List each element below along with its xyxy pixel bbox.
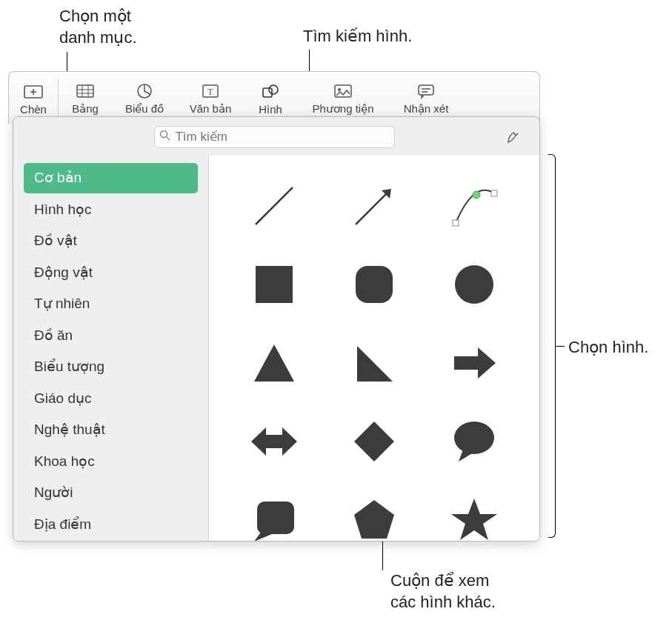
svg-text:T: T (207, 87, 213, 97)
shape-line[interactable] (241, 173, 307, 239)
svg-rect-18 (257, 502, 294, 534)
callout-scroll: Cuộn để xem các hình khác. (390, 570, 496, 613)
svg-rect-14 (256, 266, 293, 303)
svg-point-10 (161, 131, 167, 138)
shape-curve[interactable] (441, 173, 508, 239)
shape-icon (244, 81, 297, 103)
shape-star[interactable] (441, 487, 508, 541)
toolbar-comment[interactable]: Nhận xét (389, 80, 463, 116)
table-icon (59, 80, 112, 102)
category-item[interactable]: Khoa học (24, 447, 198, 477)
callout-search: Tìm kiếm hình. (303, 26, 412, 47)
shape-diamond[interactable] (341, 408, 407, 475)
toolbar-label: Văn bản (177, 102, 244, 116)
toolbar-table[interactable]: Bảng (59, 80, 112, 116)
search-input[interactable] (175, 130, 394, 144)
shapes-popover: Cơ bảnHình họcĐồ vậtĐộng vậtTự nhiênĐồ ă… (13, 116, 540, 542)
shapes-grid (209, 156, 539, 541)
svg-rect-9 (419, 85, 433, 95)
category-item[interactable]: Nghệ thuật (24, 415, 198, 445)
toolbar-media[interactable]: Phương tiện (297, 80, 389, 116)
toolbar-text[interactable]: T Văn bản (177, 80, 244, 116)
category-item[interactable]: Địa điểm (24, 510, 198, 540)
callout-category: Chọn một danh mục. (59, 6, 137, 48)
shape-triangle[interactable] (241, 330, 307, 396)
toolbar-label: Chèn (9, 103, 58, 116)
svg-rect-11 (453, 220, 459, 226)
shape-pentagon[interactable] (341, 487, 407, 541)
shape-arrow-line[interactable] (341, 173, 407, 239)
svg-point-17 (454, 422, 494, 454)
category-item[interactable]: Hình học (24, 195, 198, 225)
shape-square[interactable] (241, 251, 307, 318)
text-icon: T (177, 80, 244, 102)
bracket (548, 154, 556, 538)
svg-rect-12 (491, 190, 497, 196)
svg-point-8 (338, 88, 341, 91)
toolbar-label: Nhận xét (389, 102, 463, 116)
category-sidebar: Cơ bảnHình họcĐồ vậtĐộng vậtTự nhiênĐồ ă… (13, 156, 209, 541)
shape-speech-bubble[interactable] (441, 408, 508, 475)
toolbar-insert[interactable]: Chèn (9, 81, 58, 116)
svg-rect-1 (77, 85, 93, 97)
toolbar-label: Hình (244, 103, 297, 116)
svg-point-16 (455, 265, 493, 304)
shape-right-arrow[interactable] (441, 330, 508, 396)
plus-box-icon (9, 81, 58, 103)
category-item[interactable]: Đồ vật (24, 226, 198, 256)
shape-right-triangle[interactable] (341, 330, 407, 396)
svg-point-6 (269, 85, 278, 94)
callout-line (556, 346, 565, 347)
shape-callout-rect[interactable] (241, 487, 307, 541)
media-icon (297, 80, 389, 102)
toolbar-label: Phương tiện (297, 102, 389, 116)
category-item[interactable]: Đồ ăn (24, 321, 198, 351)
category-item[interactable]: Cơ bản (24, 163, 198, 193)
category-item[interactable]: Động vật (24, 258, 198, 288)
toolbar-label: Biểu đồ (112, 102, 177, 116)
comment-icon (389, 80, 463, 102)
chart-icon (112, 80, 177, 102)
toolbar-shape[interactable]: Hình (244, 81, 297, 116)
search-field[interactable] (154, 126, 395, 148)
pen-icon (505, 129, 522, 145)
callout-pick-shape: Chọn hình. (568, 337, 648, 359)
svg-rect-15 (356, 266, 393, 303)
toolbar-label: Bảng (59, 102, 112, 116)
category-item[interactable]: Giáo dục (24, 384, 198, 414)
search-icon (155, 130, 175, 144)
svg-point-13 (473, 191, 480, 199)
shape-circle[interactable] (441, 251, 508, 318)
toolbar-chart[interactable]: Biểu đồ (112, 80, 177, 116)
draw-shape-button[interactable] (501, 126, 526, 148)
shape-rounded-square[interactable] (341, 251, 407, 318)
shape-double-arrow[interactable] (241, 408, 307, 475)
category-item[interactable]: Tự nhiên (24, 289, 198, 319)
category-item[interactable]: Biểu tượng (24, 352, 198, 382)
category-item[interactable]: Người (24, 478, 198, 508)
